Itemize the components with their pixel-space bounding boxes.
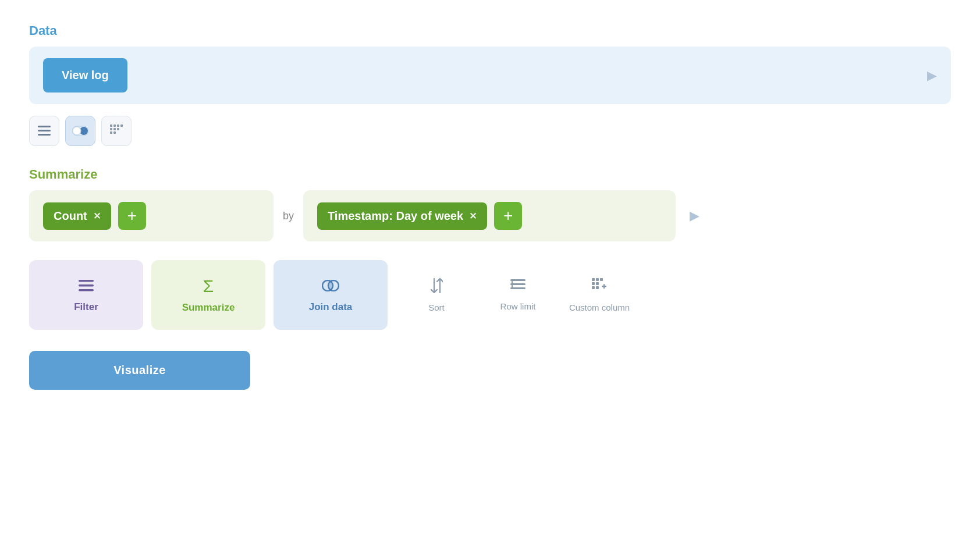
- summarize-row: Count ✕ + by Timestamp: Day of week ✕ + …: [29, 190, 951, 241]
- action-row: Filter Σ Summarize Join data Sort: [29, 260, 951, 330]
- sort-icon: [430, 278, 443, 297]
- svg-rect-13: [113, 131, 116, 134]
- custom-column-link-label: Custom column: [569, 303, 630, 312]
- summarize-arrow-icon: ▶: [690, 208, 700, 223]
- view-log-area: View log ▶: [29, 47, 951, 104]
- svg-rect-2: [38, 134, 51, 136]
- svg-rect-0: [38, 126, 51, 127]
- svg-rect-21: [510, 283, 525, 285]
- custom-column-link[interactable]: Custom column: [559, 260, 640, 330]
- svg-rect-1: [38, 130, 51, 131]
- row-limit-link[interactable]: Row limit: [477, 260, 559, 330]
- data-section-title: Data: [29, 23, 951, 38]
- svg-rect-28: [592, 282, 595, 285]
- view-log-button[interactable]: View log: [43, 58, 127, 92]
- summarize-card-icon: Σ: [203, 276, 214, 296]
- filter-card-icon: [79, 277, 94, 296]
- add-dimension-button[interactable]: +: [494, 202, 522, 230]
- count-tag-label: Count: [54, 209, 87, 223]
- filter-toolbar-button[interactable]: [29, 116, 59, 146]
- sort-link-label: Sort: [428, 303, 445, 312]
- svg-rect-23: [512, 281, 513, 283]
- custom-column-icon: [592, 278, 607, 297]
- svg-rect-25: [592, 278, 595, 281]
- svg-rect-17: [79, 289, 94, 291]
- summarize-section-title: Summarize: [29, 167, 951, 182]
- timestamp-tag-label: Timestamp: Day of week: [328, 209, 463, 223]
- summarize-section: Summarize Count ✕ + by Timestamp: Day of…: [29, 167, 951, 241]
- row-limit-icon: [510, 279, 525, 296]
- svg-rect-29: [596, 282, 599, 285]
- join-data-card-label: Join data: [309, 301, 353, 313]
- svg-rect-24: [512, 285, 513, 287]
- add-metric-button[interactable]: +: [118, 202, 146, 230]
- grid-toolbar-button[interactable]: [101, 116, 132, 146]
- row-limit-link-label: Row limit: [500, 301, 536, 311]
- svg-rect-31: [596, 286, 599, 289]
- filter-card[interactable]: Filter: [29, 260, 143, 330]
- by-label: by: [283, 210, 294, 222]
- svg-rect-9: [110, 128, 112, 130]
- filter-card-label: Filter: [74, 301, 98, 313]
- svg-rect-7: [113, 124, 116, 127]
- join-data-card[interactable]: Join data: [274, 260, 388, 330]
- svg-rect-10: [113, 128, 116, 130]
- timestamp-tag[interactable]: Timestamp: Day of week ✕: [317, 202, 487, 230]
- svg-rect-15: [79, 280, 94, 282]
- summarize-dimension-box: Timestamp: Day of week ✕ +: [303, 190, 676, 241]
- timestamp-tag-close-icon[interactable]: ✕: [469, 211, 477, 222]
- summarize-card[interactable]: Σ Summarize: [151, 260, 265, 330]
- svg-rect-8: [117, 124, 119, 127]
- svg-rect-11: [117, 128, 119, 130]
- svg-rect-27: [600, 278, 603, 281]
- svg-rect-30: [592, 286, 595, 289]
- count-tag-close-icon[interactable]: ✕: [93, 211, 101, 222]
- summarize-card-label: Summarize: [182, 302, 235, 314]
- sort-link[interactable]: Sort: [396, 260, 477, 330]
- toggle-toolbar-button[interactable]: [65, 116, 95, 146]
- svg-rect-14: [120, 124, 123, 127]
- join-data-card-icon: [322, 277, 339, 296]
- svg-rect-22: [510, 287, 525, 289]
- svg-rect-26: [596, 278, 599, 281]
- svg-rect-33: [603, 284, 605, 289]
- svg-rect-16: [79, 284, 94, 287]
- svg-rect-6: [110, 124, 112, 127]
- svg-point-5: [73, 127, 81, 135]
- view-log-arrow-icon: ▶: [927, 68, 937, 83]
- summarize-metrics-box: Count ✕ +: [29, 190, 274, 241]
- visualize-button[interactable]: Visualize: [29, 351, 250, 390]
- svg-rect-12: [110, 131, 112, 134]
- toolbar: [29, 116, 951, 146]
- svg-rect-20: [510, 279, 525, 281]
- count-tag[interactable]: Count ✕: [43, 202, 111, 230]
